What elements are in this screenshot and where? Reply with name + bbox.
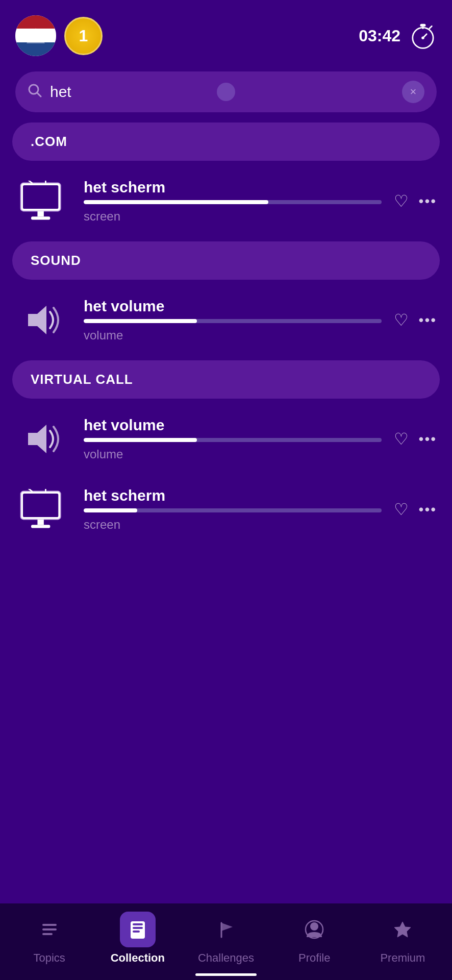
profile-icon-wrap [296, 912, 332, 947]
svg-marker-33 [394, 922, 411, 937]
svg-rect-21 [31, 525, 50, 528]
favorite-button-scherm-vc[interactable]: ♡ [394, 500, 409, 519]
svg-line-7 [37, 93, 41, 96]
vocab-actions-volume-sound: ♡ ••• [394, 310, 437, 330]
svg-marker-30 [221, 923, 233, 931]
timer-display: 03:42 [359, 27, 400, 45]
profile-icon [305, 920, 324, 939]
nav-item-premium[interactable]: Premium [359, 912, 447, 965]
speaker-icon-sound [15, 297, 71, 343]
svg-rect-13 [31, 216, 50, 219]
svg-rect-23 [42, 928, 57, 930]
svg-rect-1 [420, 23, 425, 27]
more-button-volume-vc[interactable]: ••• [419, 431, 437, 447]
search-cursor [217, 83, 235, 101]
svg-rect-17 [23, 494, 58, 517]
content-area: .COM het scherm screen ♡ ••• [0, 122, 452, 626]
vocab-item-volume-vc: het volume volume ♡ ••• [0, 404, 452, 474]
svg-point-31 [310, 922, 318, 930]
bottom-nav: Topics Collection Challenges [0, 903, 452, 980]
header-right: 03:42 [359, 22, 437, 50]
profile-label: Profile [298, 951, 330, 965]
premium-label: Premium [380, 951, 425, 965]
favorite-button-volume-vc[interactable]: ♡ [394, 429, 409, 449]
vocab-progress-volume-vc [84, 438, 382, 442]
svg-rect-26 [133, 923, 143, 925]
vocab-progress-fill-volume-vc [84, 438, 197, 442]
svg-rect-22 [42, 924, 57, 926]
more-button-scherm-com[interactable]: ••• [419, 193, 437, 209]
vocab-progress-fill-scherm-vc [84, 508, 137, 512]
vocab-actions-scherm-com: ♡ ••• [394, 191, 437, 211]
premium-icon [393, 920, 412, 939]
nav-item-challenges[interactable]: Challenges [182, 912, 270, 965]
vocab-progress-scherm-vc [84, 508, 382, 512]
avatar[interactable] [15, 15, 56, 56]
vocab-item-scherm-com: het scherm screen ♡ ••• [0, 166, 452, 236]
nav-item-topics[interactable]: Topics [5, 912, 93, 965]
more-button-scherm-vc[interactable]: ••• [419, 501, 437, 518]
vocab-content-volume-vc: het volume volume [84, 416, 382, 461]
collection-label: Collection [111, 951, 165, 965]
favorite-button-volume-sound[interactable]: ♡ [394, 310, 409, 330]
vocab-content-scherm-com: het scherm screen [84, 179, 382, 224]
nav-item-profile[interactable]: Profile [270, 912, 359, 965]
search-container: het × [15, 71, 437, 112]
vocab-progress-fill-scherm-com [84, 200, 268, 204]
vocab-actions-scherm-vc: ♡ ••• [394, 500, 437, 519]
vocab-actions-volume-vc: ♡ ••• [394, 429, 437, 449]
svg-line-5 [430, 26, 432, 29]
streak-badge: 1 [64, 17, 103, 55]
svg-point-4 [421, 36, 424, 39]
svg-rect-24 [42, 933, 53, 935]
vocab-translation-scherm-vc: screen [84, 518, 382, 532]
svg-rect-12 [37, 211, 43, 217]
svg-rect-9 [23, 185, 58, 209]
stopwatch-icon [409, 22, 437, 50]
svg-rect-20 [37, 520, 43, 525]
svg-rect-27 [133, 927, 143, 929]
search-bar[interactable]: het × [15, 71, 437, 112]
challenges-icon [216, 920, 236, 939]
challenges-icon-wrap [208, 912, 244, 947]
vocab-translation-scherm-com: screen [84, 209, 382, 224]
vocab-translation-volume-sound: volume [84, 328, 382, 342]
search-icon [28, 83, 42, 101]
collection-icon [127, 918, 149, 941]
nav-item-collection[interactable]: Collection [93, 912, 182, 965]
category-virtual-call-title: VIRTUAL CALL [31, 372, 133, 387]
vocab-title-volume-vc: het volume [84, 416, 382, 434]
topics-label: Topics [33, 951, 65, 965]
header: 1 03:42 [0, 0, 452, 66]
vocab-content-scherm-vc: het scherm screen [84, 487, 382, 532]
search-clear-button[interactable]: × [402, 81, 424, 103]
svg-rect-28 [133, 930, 140, 933]
vocab-progress-volume-sound [84, 319, 382, 323]
category-com: .COM [12, 122, 440, 161]
vocab-translation-volume-vc: volume [84, 447, 382, 461]
vocab-content-volume-sound: het volume volume [84, 298, 382, 342]
vocab-progress-scherm-com [84, 200, 382, 204]
topics-icon-wrap [32, 912, 67, 947]
category-virtual-call: VIRTUAL CALL [12, 360, 440, 399]
monitor-icon-com [15, 178, 71, 224]
favorite-button-scherm-com[interactable]: ♡ [394, 191, 409, 211]
category-com-title: .COM [31, 134, 67, 149]
premium-icon-wrap [385, 912, 420, 947]
svg-marker-15 [28, 425, 46, 453]
vocab-title-volume-sound: het volume [84, 298, 382, 315]
vocab-item-scherm-vc: het scherm screen ♡ ••• [0, 474, 452, 545]
category-sound: SOUND [12, 241, 440, 280]
collection-icon-wrap [120, 912, 156, 947]
more-button-volume-sound[interactable]: ••• [419, 312, 437, 328]
streak-count: 1 [79, 27, 88, 45]
svg-marker-14 [28, 306, 46, 334]
header-left: 1 [15, 15, 103, 56]
category-sound-title: SOUND [31, 253, 81, 268]
vocab-title-scherm-vc: het scherm [84, 487, 382, 504]
nav-indicator [195, 973, 257, 976]
monitor-icon-vc [15, 486, 71, 532]
challenges-label: Challenges [198, 951, 254, 965]
vocab-item-volume-sound: het volume volume ♡ ••• [0, 285, 452, 355]
speaker-icon-vc [15, 416, 71, 462]
